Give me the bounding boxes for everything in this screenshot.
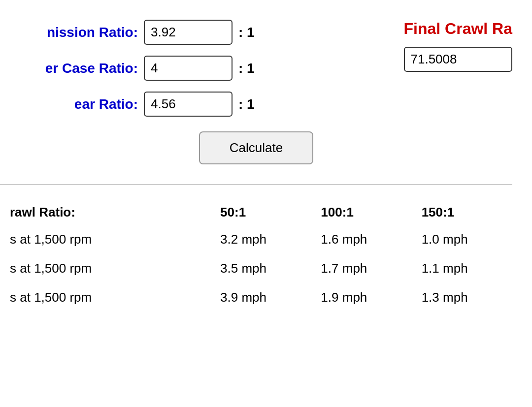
gear-colon-one: : 1 — [238, 96, 255, 112]
top-grid: nission Ratio: : 1 er Case Ratio: : 1 ea… — [0, 10, 512, 122]
row-col2-1: 1.7 mph — [311, 254, 411, 283]
row-col1-1: 3.5 mph — [210, 254, 311, 283]
transmission-ratio-row: nission Ratio: : 1 — [0, 20, 394, 45]
row-col1-2: 3.9 mph — [210, 283, 311, 312]
result-title: Final Crawl Ra — [404, 20, 513, 38]
result-block: Final Crawl Ra — [404, 10, 513, 117]
table-row: s at 1,500 rpm 3.5 mph 1.7 mph 1.1 mph — [0, 254, 512, 283]
gear-ratio-label: ear Ratio: — [0, 96, 138, 112]
row-col2-2: 1.9 mph — [311, 283, 411, 312]
transfer-case-ratio-input[interactable] — [144, 56, 233, 81]
gear-ratio-row: ear Ratio: : 1 — [0, 92, 394, 117]
col-header-label: rawl Ratio: — [0, 200, 210, 225]
main-wrapper: nission Ratio: : 1 er Case Ratio: : 1 ea… — [0, 0, 532, 322]
row-label-1: s at 1,500 rpm — [0, 254, 210, 283]
col-header-50: 50:1 — [210, 200, 311, 225]
calculate-section: Calculate — [0, 122, 512, 184]
row-col1-0: 3.2 mph — [210, 225, 311, 254]
table-row: s at 1,500 rpm 3.9 mph 1.9 mph 1.3 mph — [0, 283, 512, 312]
table-row: s at 1,500 rpm 3.2 mph 1.6 mph 1.0 mph — [0, 225, 512, 254]
row-col3-1: 1.1 mph — [412, 254, 512, 283]
col-header-100: 100:1 — [311, 200, 411, 225]
table-header-row: rawl Ratio: 50:1 100:1 150:1 — [0, 200, 512, 225]
transfer-case-colon-one: : 1 — [238, 61, 255, 76]
calculate-button[interactable]: Calculate — [199, 131, 313, 164]
row-label-2: s at 1,500 rpm — [0, 283, 210, 312]
data-table: rawl Ratio: 50:1 100:1 150:1 s at 1,500 … — [0, 200, 512, 312]
transfer-case-ratio-row: er Case Ratio: : 1 — [0, 56, 394, 81]
row-col2-0: 1.6 mph — [311, 225, 411, 254]
transfer-case-ratio-label: er Case Ratio: — [0, 61, 138, 76]
inputs-block: nission Ratio: : 1 er Case Ratio: : 1 ea… — [0, 10, 394, 117]
result-input[interactable] — [404, 47, 512, 72]
transmission-ratio-label: nission Ratio: — [0, 25, 138, 40]
transmission-ratio-input[interactable] — [144, 20, 233, 45]
transmission-colon-one: : 1 — [238, 25, 255, 40]
row-col3-2: 1.3 mph — [412, 283, 512, 312]
table-section: rawl Ratio: 50:1 100:1 150:1 s at 1,500 … — [0, 185, 512, 312]
col-header-150: 150:1 — [412, 200, 512, 225]
row-col3-0: 1.0 mph — [412, 225, 512, 254]
gear-ratio-input[interactable] — [144, 92, 233, 117]
row-label-0: s at 1,500 rpm — [0, 225, 210, 254]
